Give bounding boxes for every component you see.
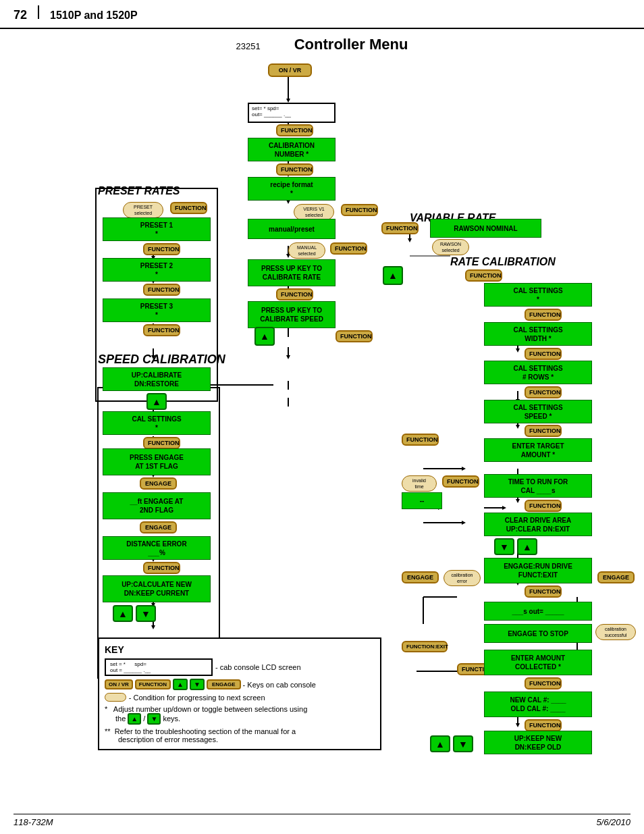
function-btn-nc[interactable]: FUNCTION (525, 719, 562, 731)
engage-btn-2[interactable]: ENGAGE (140, 521, 177, 533)
arrow-up-right[interactable]: ▲ (517, 538, 537, 555)
footer-left: 118-732M (14, 817, 53, 827)
page: 72 1510P and 1520P 23251 Controller Menu (0, 0, 644, 834)
press-up-calibrate-speed-box: PRESS UP KEY TOCALIBRATE SPEED (248, 301, 336, 328)
function-btn-3[interactable]: FUNCTION (341, 204, 378, 216)
header-title: 1510P and 1520P (50, 9, 138, 22)
key-arrow-up-btn: ▲ (173, 679, 188, 690)
key-function-btn: FUNCTION (135, 679, 171, 689)
function-btn-ttr[interactable]: FUNCTION (525, 500, 562, 512)
arrow-up-calibrate-speed[interactable]: ▲ (254, 327, 275, 346)
svg-marker-68 (516, 425, 520, 429)
svg-marker-18 (286, 355, 290, 359)
key-arrow-down-note: ▼ (147, 713, 161, 725)
preset1-box: PRESET 1* (103, 217, 211, 241)
key-double-asterisk-note: ** Refer to the troubleshooting section … (105, 727, 375, 744)
function-btn-erd[interactable]: FUNCTION (525, 585, 562, 598)
engage-to-stop-box: ENGAGE TO STOP (484, 624, 592, 643)
up-calculate-dn-keep-box: UP:CALCULATE NEWDN:KEEP CURRENT (103, 575, 211, 602)
footer-right: 5/6/2010 (596, 817, 630, 827)
set-spd-text: set= * spd= (252, 105, 331, 111)
arrow-down-bottom[interactable]: ▼ (136, 605, 156, 622)
svg-marker-106 (516, 723, 520, 727)
function-exit-btn[interactable]: FUNCTION:EXIT (402, 641, 448, 652)
function-btn-cs4[interactable]: FUNCTION (525, 425, 562, 437)
speed-calibration-header: SPEED CALIBRATION (98, 353, 225, 367)
function-btn-de[interactable]: FUNCTION (143, 562, 180, 574)
main-content: 23251 Controller Menu (0, 29, 644, 786)
svg-marker-55 (151, 625, 155, 629)
key-title: KEY (105, 644, 375, 655)
svg-marker-82 (516, 499, 520, 503)
key-oval-desc: - Condition for progressing to next scre… (129, 694, 265, 702)
key-lcd-desc: - cab console LCD screen (215, 663, 301, 671)
preset3-box: PRESET 3* (103, 298, 211, 322)
function-btn-p3[interactable]: FUNCTION (143, 324, 180, 336)
engage-btn-3[interactable]: ENGAGE (597, 571, 635, 583)
function-btn-ea[interactable]: FUNCTION (525, 677, 562, 689)
ft-engage-2nd-flag-box: __ft ENGAGE AT2ND FLAG (103, 492, 211, 519)
manual-selected-pill: MANUALselected (288, 242, 325, 259)
cal-error-pill: calibrationerror (444, 570, 481, 586)
key-asterisk-note: * Adjust number up/down or toggle betwee… (105, 705, 375, 725)
new-cal-box: NEW CAL #: ____OLD CAL #: ____ (484, 692, 592, 717)
key-onvr-btn: ON / VR (105, 679, 133, 689)
svg-marker-78 (502, 506, 506, 510)
engage-btn-1[interactable]: ENGAGE (140, 477, 177, 490)
preset-rates-header: PRESET RATES (98, 185, 180, 197)
function-btn-cs1[interactable]: FUNCTION (525, 309, 562, 321)
cal-settings-speed-box: CAL SETTINGSSPEED * (484, 400, 592, 423)
function-btn-cs2[interactable]: FUNCTION (525, 348, 562, 360)
doc-number: 23251 (236, 41, 261, 51)
key-lcd-row: set = * spd= out = ______ .__ - cab cons… (105, 658, 375, 676)
function-btn-cs3[interactable]: FUNCTION (525, 386, 562, 398)
cal-settings-rows-box: CAL SETTINGS# ROWS * (484, 361, 592, 384)
time-to-run-box: TIME TO RUN FORCAL ____s (484, 474, 592, 498)
arrow-up-calibrate-rate[interactable]: ▲ (383, 266, 403, 285)
header: 72 1510P and 1520P (0, 0, 644, 29)
function-btn-2[interactable]: FUNCTION (276, 163, 313, 176)
function-btn-4[interactable]: FUNCTION (330, 242, 367, 255)
svg-marker-62 (516, 348, 520, 353)
engage-btn-left[interactable]: ENGAGE (402, 571, 439, 583)
function-btn-5[interactable]: FUNCTION (276, 288, 313, 301)
arrow-up-bottom-right[interactable]: ▲ (430, 735, 450, 752)
out-text: out= ______ .__ (252, 111, 331, 118)
preset-selected-pill: PRESETselected (123, 202, 163, 218)
function-btn-eta-left[interactable]: FUNCTION (402, 434, 439, 446)
press-engage-1st-flag-box: PRESS ENGAGEAT 1ST FLAG (103, 448, 211, 475)
page-number: 72 (14, 8, 27, 22)
arrow-down-right[interactable]: ▼ (494, 538, 514, 555)
s-out-box: ___s out= _____ (484, 602, 592, 621)
key-oval (105, 693, 126, 702)
function-btn-1[interactable]: FUNCTION (276, 124, 313, 136)
up-calibrate-dn-restore-box: UP:CALIBRATEDN:RESTORE (103, 367, 211, 391)
function-btn-preset[interactable]: FUNCTION (170, 202, 207, 214)
function-btn-it[interactable]: FUNCTION (442, 475, 479, 488)
press-up-calibrate-rate-box: PRESS UP KEY TOCALIBRATE RATE (248, 259, 336, 286)
diagram-title: Controller Menu (294, 36, 408, 53)
key-engage-btn: ENGAGE (207, 679, 241, 689)
function-btn-p1[interactable]: FUNCTION (143, 243, 180, 255)
function-btn-6[interactable]: FUNCTION (336, 330, 373, 342)
key-box: KEY set = * spd= out = ______ .__ - cab … (98, 637, 381, 750)
function-btn-p2[interactable]: FUNCTION (143, 284, 180, 296)
dashes-box: -- (402, 492, 442, 509)
key-buttons-desc: - Keys on cab console (243, 681, 316, 689)
on-vr-button[interactable]: ON / VR (268, 63, 312, 77)
key-lcd: set = * spd= out = ______ .__ (105, 658, 213, 676)
enter-amount-collected-box: ENTER AMOUNTCOLLECTED * (484, 650, 592, 675)
arrow-up-3[interactable]: ▲ (146, 393, 167, 410)
rate-calibration-header: RATE CALIBRATION (450, 256, 556, 268)
key-arrow-down-btn: ▼ (190, 679, 205, 690)
enter-target-amount-box: ENTER TARGETAMOUNT * (484, 438, 592, 462)
set-spd-lcd: set= * spd= out= ______ .__ (248, 103, 336, 123)
svg-marker-59 (408, 238, 412, 242)
arrow-up-bottom[interactable]: ▲ (113, 605, 133, 622)
arrow-down-bottom-right[interactable]: ▼ (453, 735, 473, 752)
function-btn-rc[interactable]: FUNCTION (465, 269, 502, 282)
distance-error-box: DISTANCE ERROR___% (103, 536, 211, 560)
function-btn-cs[interactable]: FUNCTION (143, 437, 180, 449)
manual-preset-box: manual/preset (248, 219, 336, 239)
function-btn-vr[interactable]: FUNCTION (381, 222, 419, 234)
